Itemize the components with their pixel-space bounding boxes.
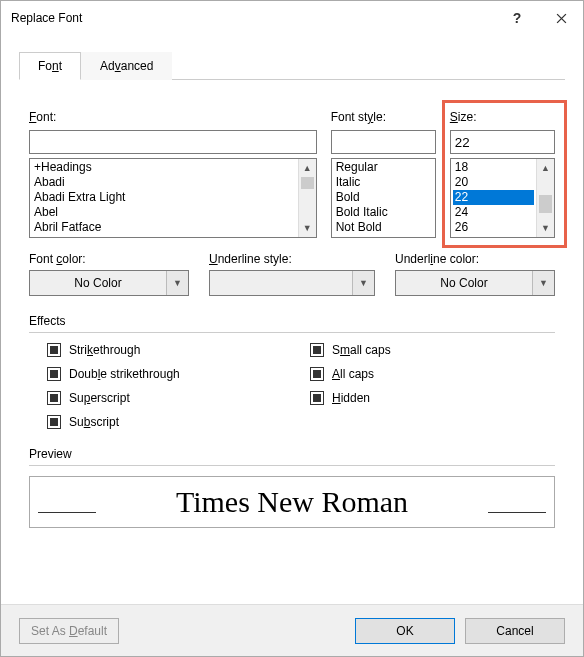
font-column: Font: +Headings Abadi Abadi Extra Light …	[29, 110, 317, 238]
checkbox-double-strikethrough[interactable]: Double strikethrough	[47, 367, 292, 381]
scroll-thumb[interactable]	[301, 177, 314, 189]
font-input[interactable]	[29, 130, 317, 154]
tabstrip: Font Advanced	[19, 51, 565, 80]
checkbox-icon	[47, 367, 61, 381]
checkbox-small-caps[interactable]: Small caps	[310, 343, 555, 357]
replace-font-dialog: Replace Font ? Font Advanced Font: +Head…	[0, 0, 584, 657]
preview-text: Times New Roman	[176, 485, 408, 519]
scrollbar[interactable]: ▲ ▼	[536, 159, 554, 237]
checkbox-icon	[47, 343, 61, 357]
list-item[interactable]: Regular	[334, 160, 415, 175]
font-style-input[interactable]	[331, 130, 436, 154]
scroll-down-icon[interactable]: ▼	[537, 219, 554, 237]
effects-label: Effects	[29, 314, 555, 328]
set-default-button[interactable]: Set As Default	[19, 618, 119, 644]
checkbox-all-caps[interactable]: All caps	[310, 367, 555, 381]
checkbox-icon	[310, 367, 324, 381]
dialog-content: Font Advanced Font: +Headings Abadi Abad…	[1, 35, 583, 538]
scrollbar[interactable]: ▲ ▼	[298, 159, 316, 237]
font-color-label: Font color:	[29, 252, 189, 266]
font-style-label: Font style:	[331, 110, 436, 124]
divider	[29, 465, 555, 466]
list-item[interactable]: Bold Italic	[334, 205, 415, 220]
effects-row: Strikethrough Double strikethrough Super…	[29, 343, 555, 429]
list-item[interactable]: Not Bold	[334, 220, 415, 235]
chevron-down-icon: ▼	[352, 271, 374, 295]
size-column: Size: 18 20 22 24 26 ▲ ▼	[450, 110, 555, 238]
list-item[interactable]: Abadi Extra Light	[32, 190, 296, 205]
ok-button[interactable]: OK	[355, 618, 455, 644]
chevron-down-icon: ▼	[166, 271, 188, 295]
list-item[interactable]: Italic	[334, 175, 415, 190]
underline-style-combo[interactable]: ▼	[209, 270, 375, 296]
underline-style-column: Underline style: ▼	[209, 252, 375, 296]
checkbox-hidden[interactable]: Hidden	[310, 391, 555, 405]
tab-advanced[interactable]: Advanced	[81, 52, 172, 80]
list-item[interactable]: +Headings	[32, 160, 296, 175]
underline-color-label: Underline color:	[395, 252, 555, 266]
dialog-title: Replace Font	[11, 11, 495, 25]
list-item[interactable]: 24	[453, 205, 534, 220]
divider	[29, 332, 555, 333]
size-input[interactable]	[450, 130, 555, 154]
checkbox-icon	[310, 391, 324, 405]
list-item[interactable]: Abadi	[32, 175, 296, 190]
list-item[interactable]: 20	[453, 175, 534, 190]
checkbox-strikethrough[interactable]: Strikethrough	[47, 343, 292, 357]
list-item[interactable]: Bold	[334, 190, 415, 205]
color-row: Font color: No Color ▼ Underline style: …	[29, 252, 555, 296]
font-color-combo[interactable]: No Color ▼	[29, 270, 189, 296]
underline-style-value	[210, 271, 352, 295]
checkbox-subscript[interactable]: Subscript	[47, 415, 292, 429]
font-color-column: Font color: No Color ▼	[29, 252, 189, 296]
font-panel: Font: +Headings Abadi Abadi Extra Light …	[19, 80, 565, 538]
list-item[interactable]: 22	[453, 190, 534, 205]
close-icon	[556, 13, 567, 24]
underline-color-column: Underline color: No Color ▼	[395, 252, 555, 296]
checkbox-icon	[310, 343, 324, 357]
list-item[interactable]: Abril Fatface	[32, 220, 296, 235]
scroll-thumb[interactable]	[539, 195, 552, 213]
font-row: Font: +Headings Abadi Abadi Extra Light …	[29, 110, 555, 238]
preview-box: Times New Roman	[29, 476, 555, 528]
font-color-value: No Color	[30, 271, 166, 295]
underline-color-combo[interactable]: No Color ▼	[395, 270, 555, 296]
font-label: Font:	[29, 110, 317, 124]
effects-right: Small caps All caps Hidden	[292, 343, 555, 429]
scroll-down-icon[interactable]: ▼	[299, 219, 316, 237]
checkbox-superscript[interactable]: Superscript	[47, 391, 292, 405]
preview-label: Preview	[29, 447, 555, 461]
list-item[interactable]: 26	[453, 220, 534, 235]
tab-font[interactable]: Font	[19, 52, 81, 80]
size-listbox[interactable]: 18 20 22 24 26 ▲ ▼	[450, 158, 555, 238]
preview-line	[38, 512, 96, 513]
underline-color-value: No Color	[396, 271, 532, 295]
size-label: Size:	[450, 110, 555, 124]
list-item[interactable]: Abel	[32, 205, 296, 220]
chevron-down-icon: ▼	[532, 271, 554, 295]
titlebar: Replace Font ?	[1, 1, 583, 35]
font-style-listbox[interactable]: Regular Italic Bold Bold Italic Not Bold	[331, 158, 436, 238]
scroll-up-icon[interactable]: ▲	[299, 159, 316, 177]
font-listbox[interactable]: +Headings Abadi Abadi Extra Light Abel A…	[29, 158, 317, 238]
checkbox-icon	[47, 391, 61, 405]
cancel-button[interactable]: Cancel	[465, 618, 565, 644]
checkbox-icon	[47, 415, 61, 429]
help-button[interactable]: ?	[495, 1, 539, 35]
effects-left: Strikethrough Double strikethrough Super…	[29, 343, 292, 429]
preview-line	[488, 512, 546, 513]
font-style-column: Font style: Regular Italic Bold Bold Ita…	[331, 110, 436, 238]
scroll-up-icon[interactable]: ▲	[537, 159, 554, 177]
close-button[interactable]	[539, 1, 583, 35]
list-item[interactable]: 18	[453, 160, 534, 175]
dialog-footer: Set As Default OK Cancel	[1, 604, 583, 656]
underline-style-label: Underline style:	[209, 252, 375, 266]
